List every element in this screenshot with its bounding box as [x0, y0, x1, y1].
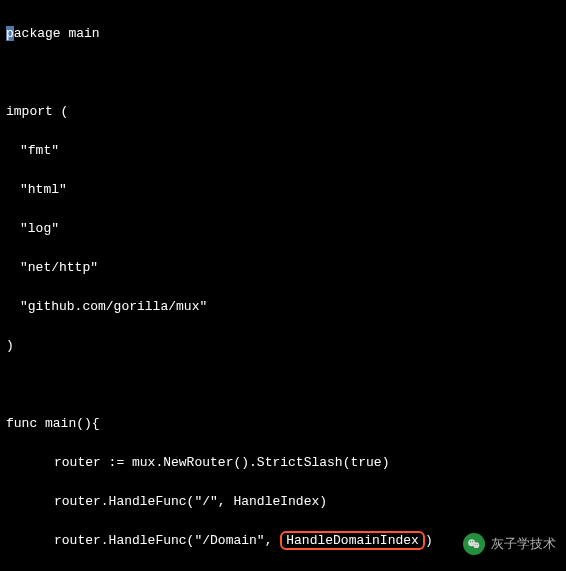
code-line: [6, 375, 560, 395]
code-line: func main(){: [6, 414, 560, 434]
code-editor: package main import ( "fmt" "html" "log"…: [6, 4, 560, 571]
code-line: "html": [6, 180, 560, 200]
code-line: "log": [6, 219, 560, 239]
watermark: 灰子学技术: [463, 533, 556, 555]
svg-point-3: [472, 541, 473, 542]
watermark-text: 灰子学技术: [491, 534, 556, 554]
code-line: "net/http": [6, 258, 560, 278]
code-line: router.HandleFunc("/", HandleIndex): [6, 492, 560, 512]
svg-point-2: [470, 541, 471, 542]
code-line: "github.com/gorilla/mux": [6, 297, 560, 317]
svg-point-5: [477, 544, 478, 545]
code-line: ): [6, 336, 560, 356]
code-line: package main: [6, 24, 560, 44]
code-line: "fmt": [6, 141, 560, 161]
svg-point-1: [473, 542, 479, 548]
cursor: p: [6, 26, 14, 41]
code-line: import (: [6, 102, 560, 122]
code-line: [6, 63, 560, 83]
watermark-icon: [463, 533, 485, 555]
svg-point-4: [475, 544, 476, 545]
highlighted-identifier: HandleDomainIndex: [280, 531, 425, 551]
wechat-icon: [467, 537, 481, 551]
code-line: router := mux.NewRouter().StrictSlash(tr…: [6, 453, 560, 473]
